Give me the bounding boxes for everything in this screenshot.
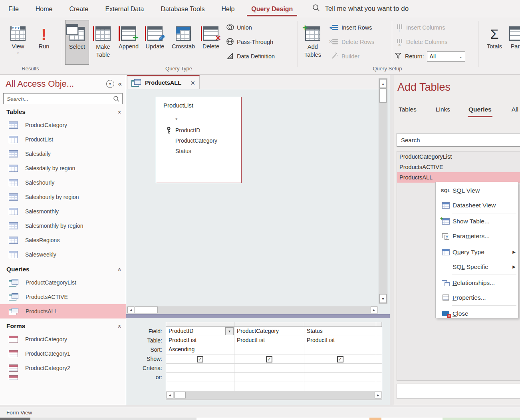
field-cell-3[interactable]: Status — [304, 327, 376, 336]
sidebar-item-form-productcategory[interactable]: ProductCategory — [0, 332, 126, 346]
sort-cell-2[interactable] — [234, 345, 304, 354]
menu-item-show-table[interactable]: Show Table... — [436, 214, 518, 229]
sidebar-item-saleshourly[interactable]: Saleshourly — [0, 175, 126, 190]
tab-queries[interactable]: Queries — [468, 103, 492, 117]
delete-rows-button[interactable]: Delete Rows — [331, 37, 374, 47]
crosstab-button[interactable]: Crosstab — [170, 20, 196, 50]
sidebar-item-salesmonthly[interactable]: Salesmonthly — [0, 204, 126, 219]
menu-item-parameters[interactable]: Parameters... — [436, 229, 518, 243]
tab-create[interactable]: Create — [61, 2, 97, 16]
delete-query-button[interactable]: × Delete — [199, 20, 222, 50]
scroll-left-icon[interactable]: ◂ — [127, 307, 134, 313]
show-checkbox-3[interactable] — [337, 356, 343, 362]
sidebar-item-salesdaily-by-region[interactable]: Salesdaily by region — [0, 161, 126, 175]
sidebar-item-salesregions[interactable]: SalesRegions — [0, 233, 126, 247]
field-dropdown-icon[interactable] — [225, 327, 234, 335]
sidebar-item-salesdaily[interactable]: Salesdaily — [0, 147, 126, 161]
pane-splitter[interactable] — [126, 314, 390, 318]
sort-cell-1[interactable]: Ascending — [166, 345, 234, 354]
show-checkbox-1[interactable] — [197, 356, 203, 362]
scroll-down-icon[interactable]: ▾ — [379, 294, 387, 303]
run-button[interactable]: ! Run — [34, 20, 54, 50]
field-cell-1[interactable]: ProductID — [166, 327, 234, 336]
nav-pane-menu-icon[interactable] — [106, 80, 114, 88]
sidebar-item-productlist[interactable]: ProductList — [0, 132, 126, 147]
column-selector-row[interactable] — [166, 322, 382, 327]
sidebar-item-productcategory[interactable]: ProductCategory — [0, 118, 126, 132]
sidebar-item-partial[interactable] — [0, 375, 126, 380]
tab-help[interactable]: Help — [213, 2, 243, 16]
update-button[interactable]: ✎ Update — [143, 20, 167, 50]
parameters-button[interactable]: Para — [508, 20, 520, 50]
scroll-right-icon[interactable]: ▸ — [375, 392, 381, 398]
list-item-productcategorylist[interactable]: ProductCategoryList — [397, 151, 520, 162]
or-cell-2[interactable] — [234, 373, 304, 382]
tell-me-search[interactable]: Tell me what you want to do — [312, 4, 409, 14]
vertical-scroll-thumb[interactable] — [379, 88, 387, 103]
pass-through-button[interactable]: Pass-Through — [226, 37, 273, 47]
close-tab-icon[interactable]: ✕ — [190, 80, 195, 86]
grid-horizontal-scrollbar[interactable]: ◂ ▸ — [166, 391, 382, 400]
nav-search-box[interactable]: Search... — [3, 93, 123, 104]
field-row-asterisk[interactable]: * — [156, 115, 241, 125]
or-cell-1[interactable] — [166, 373, 234, 382]
menu-item-relationships[interactable]: Relationships... — [436, 275, 518, 290]
select-query-button[interactable]: Select — [65, 20, 89, 65]
delete-columns-button[interactable]: Delete Columns — [396, 37, 447, 47]
totals-button[interactable]: Σ Totals — [484, 20, 505, 50]
menu-item-datasheet-view[interactable]: Datasheet View — [436, 198, 518, 213]
criteria-cell-2[interactable] — [234, 364, 304, 372]
menu-item-query-type[interactable]: Query Type ▶ — [436, 245, 518, 259]
collapse-pane-icon[interactable]: « — [118, 80, 122, 88]
criteria-cell-1[interactable] — [166, 364, 234, 372]
sidebar-item-productsall-selected[interactable]: ProductsALL — [0, 304, 126, 318]
document-tab-productsall[interactable]: ProductsALL ✕ — [127, 75, 200, 89]
builder-button[interactable]: Builder — [331, 51, 359, 62]
section-header-queries[interactable]: Queries » — [0, 263, 126, 275]
data-definition-button[interactable]: Data Definition — [226, 51, 275, 62]
field-cell-2[interactable]: ProductCategory — [234, 327, 304, 336]
sidebar-item-productsactive[interactable]: ProductsACTIVE — [0, 290, 126, 304]
view-button[interactable]: View ⌄ — [6, 20, 30, 54]
field-row-productid[interactable]: ProductID — [156, 125, 241, 135]
sidebar-item-salesweekly[interactable]: Salesweekly — [0, 247, 126, 262]
return-dropdown[interactable]: All ⌄ — [427, 51, 465, 62]
section-header-forms[interactable]: Forms » — [0, 320, 126, 332]
tab-tables[interactable]: Tables — [399, 103, 417, 117]
list-item-productsall-selected[interactable]: ProductsALL — [397, 172, 520, 183]
sidebar-item-productcategorylist[interactable]: ProductCategoryList — [0, 275, 126, 290]
scroll-right-icon[interactable]: ▸ — [371, 307, 377, 313]
insert-columns-button[interactable]: Insert Columns — [396, 22, 445, 33]
add-tables-footer-box[interactable] — [397, 384, 520, 399]
tab-links[interactable]: Links — [436, 103, 450, 117]
section-header-tables[interactable]: Tables » — [0, 106, 126, 118]
horizontal-scroll-thumb[interactable] — [135, 307, 158, 313]
menu-item-close[interactable]: Close — [436, 306, 518, 321]
sidebar-item-salesmonthly-by-region[interactable]: Salesmonthly by region — [0, 219, 126, 233]
tab-file[interactable]: File — [0, 2, 27, 16]
append-button[interactable]: + Append — [117, 20, 140, 50]
add-tables-button[interactable]: AddTables — [301, 20, 324, 59]
grid-scroll-thumb[interactable] — [175, 392, 186, 398]
list-item-productsactive[interactable]: ProductsACTIVE — [397, 162, 520, 172]
search-icon[interactable] — [110, 94, 122, 104]
sidebar-item-form-productcategory1[interactable]: ProductCategory1 — [0, 346, 126, 361]
sort-cell-3[interactable] — [304, 345, 376, 354]
make-table-button[interactable]: MakeTable — [92, 20, 114, 59]
sidebar-item-form-productcategory2[interactable]: ProductCategory2 — [0, 361, 126, 375]
insert-rows-button[interactable]: Insert Rows — [331, 22, 372, 33]
menu-item-sql-specific[interactable]: SQL Specific ▶ — [436, 259, 518, 274]
union-button[interactable]: Union — [226, 22, 252, 33]
field-list-productlist[interactable]: ProductList * ProductID ProductCategory … — [156, 97, 242, 183]
menu-item-sql-view[interactable]: SQL SQL View — [436, 183, 518, 198]
scroll-up-icon[interactable]: ▴ — [379, 79, 387, 88]
tab-external-data[interactable]: External Data — [97, 2, 153, 16]
horizontal-scrollbar[interactable]: ◂ ▸ — [127, 306, 378, 314]
table-cell-1[interactable]: ProductList — [166, 336, 234, 345]
table-cell-3[interactable]: ProductList — [304, 336, 376, 345]
tab-all[interactable]: All — [512, 103, 518, 117]
table-cell-2[interactable]: ProductList — [234, 336, 304, 345]
field-row-productcategory[interactable]: ProductCategory — [156, 135, 241, 146]
field-row-status[interactable]: Status — [156, 146, 241, 156]
or-cell-3[interactable] — [304, 373, 376, 382]
